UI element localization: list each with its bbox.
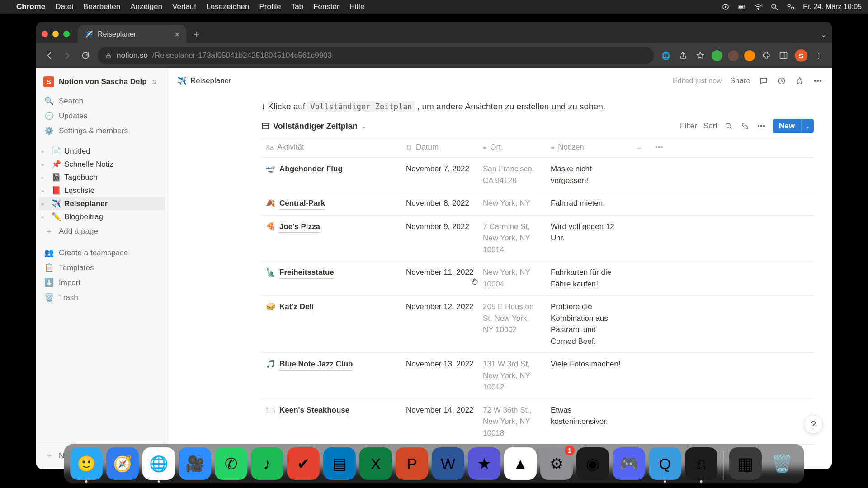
- cell-notes[interactable]: Probiere die Kombination aus Pastrami un…: [546, 300, 627, 348]
- dock-app-missioncontrol[interactable]: ▦: [729, 447, 762, 480]
- sidebar-page-item[interactable]: ▸✈️Reiseplaner: [39, 197, 165, 210]
- disclosure-caret-icon[interactable]: ▸: [42, 174, 48, 181]
- sidepanel-icon[interactable]: [778, 50, 789, 61]
- nav-back-button[interactable]: [43, 50, 55, 61]
- database-new-button[interactable]: New ⌄: [773, 119, 814, 133]
- database-search-icon[interactable]: [724, 122, 734, 130]
- dock-app-powerpoint[interactable]: P: [396, 447, 428, 480]
- extension-1-icon[interactable]: [712, 50, 722, 61]
- cell-notes[interactable]: Fahrkarten für die Fähre kaufen!: [546, 266, 627, 291]
- table-row[interactable]: 🍽️Keen's SteakhouseNovember 14, 202272 W…: [261, 399, 814, 445]
- comments-icon[interactable]: [759, 76, 769, 86]
- translate-icon[interactable]: 🌐: [660, 50, 672, 61]
- sidebar-updates[interactable]: 🕘Updates: [39, 108, 165, 123]
- dock-app-todoist[interactable]: ✔: [287, 447, 320, 480]
- menu-anzeigen[interactable]: Anzeigen: [130, 2, 162, 11]
- chrome-menu-icon[interactable]: ⋮: [813, 50, 825, 61]
- disclosure-caret-icon[interactable]: ▸: [42, 188, 48, 194]
- cell-place[interactable]: New York, NY 10004: [478, 266, 546, 291]
- menu-hilfe[interactable]: Hilfe: [349, 2, 365, 11]
- dock-app-spotify[interactable]: ♪: [251, 447, 283, 480]
- dock-app-safari[interactable]: 🧭: [106, 447, 139, 480]
- extension-2-icon[interactable]: [728, 50, 739, 61]
- bookmark-star-icon[interactable]: [694, 50, 706, 61]
- dock-app-siri[interactable]: ◉: [576, 447, 609, 480]
- workspace-switcher[interactable]: S Notion von Sascha Delp ⇅: [39, 74, 165, 94]
- cell-notes[interactable]: Wird voll gegen 12 Uhr.: [546, 220, 627, 245]
- cell-place[interactable]: 131 W 3rd St, New York, NY 10012: [478, 357, 546, 394]
- address-bar[interactable]: notion.so/Reiseplaner-173af05041b2425180…: [98, 47, 654, 64]
- dock-app-trello[interactable]: ▤: [323, 447, 356, 480]
- browser-tab[interactable]: ✈️ Reiseplaner ✕: [78, 25, 186, 43]
- new-button-dropdown-icon[interactable]: ⌄: [801, 119, 814, 133]
- sidebar-settings[interactable]: ⚙️Settings & members: [39, 123, 165, 138]
- sidebar-page-item[interactable]: ▸📌Schnelle Notiz: [39, 158, 165, 171]
- help-button[interactable]: ?: [804, 415, 823, 434]
- menu-fenster[interactable]: Fenster: [313, 2, 340, 11]
- extension-3-icon[interactable]: [744, 50, 755, 61]
- menu-datei[interactable]: Datei: [55, 2, 73, 11]
- dock-app-finder[interactable]: 🙂: [70, 447, 103, 480]
- table-row[interactable]: 🗽FreiheitsstatueNovember 11, 2022New Yor…: [261, 261, 814, 296]
- sidebar-import[interactable]: ⬇️Import: [39, 275, 165, 290]
- sidebar-templates[interactable]: 📋Templates: [39, 260, 165, 275]
- cell-place[interactable]: 205 E Houston St, New York, NY 10002: [478, 300, 546, 337]
- table-row[interactable]: 🛫Abgehender FlugNovember 7, 2022San Fran…: [261, 158, 814, 192]
- dock-app-zoom[interactable]: 🎥: [179, 447, 211, 480]
- dock-app-chrome[interactable]: 🌐: [142, 447, 175, 480]
- dock-app-discord[interactable]: 🎮: [613, 447, 645, 480]
- tab-overflow-button[interactable]: ⌄: [821, 30, 826, 39]
- column-header-activity[interactable]: AaAktivität: [261, 138, 401, 156]
- column-header-notes[interactable]: ≡Notizen: [546, 138, 627, 156]
- disclosure-caret-icon[interactable]: ▸: [42, 201, 48, 207]
- sidebar-page-item[interactable]: ▸📓Tagebuch: [39, 171, 165, 184]
- database-sort-button[interactable]: Sort: [703, 122, 717, 131]
- disclosure-caret-icon[interactable]: ▸: [42, 214, 48, 220]
- cell-activity[interactable]: 🗽Freiheitsstatue: [261, 266, 401, 280]
- battery-icon[interactable]: [738, 3, 746, 11]
- sidebar-trash[interactable]: 🗑️Trash: [39, 290, 165, 305]
- cell-date[interactable]: November 11, 2022: [401, 266, 478, 279]
- cell-activity[interactable]: 🍕Joe's Pizza: [261, 220, 401, 234]
- dock-app-excel[interactable]: X: [359, 447, 392, 480]
- menu-lesezeichen[interactable]: Lesezeichen: [206, 2, 249, 11]
- share-button[interactable]: Share: [730, 76, 750, 85]
- menu-bearbeiten[interactable]: Bearbeiten: [83, 2, 120, 11]
- dock-app-word[interactable]: W: [432, 447, 464, 480]
- disclosure-caret-icon[interactable]: ▸: [42, 161, 48, 168]
- dock-app-whatsapp[interactable]: ✆: [215, 447, 247, 480]
- sidebar-page-item[interactable]: ▸📄Untitled: [39, 145, 165, 158]
- menu-verlauf[interactable]: Verlauf: [172, 2, 196, 11]
- cell-activity[interactable]: 🛫Abgehender Flug: [261, 162, 401, 176]
- table-row[interactable]: 🍂Central-ParkNovember 8, 2022New York, N…: [261, 192, 814, 216]
- cell-activity[interactable]: 🍽️Keen's Steakhouse: [261, 404, 401, 418]
- dock-app-voicememos[interactable]: ⎌: [685, 447, 717, 480]
- more-icon[interactable]: •••: [813, 76, 823, 86]
- share-icon[interactable]: [677, 50, 689, 61]
- column-more-icon[interactable]: •••: [650, 138, 668, 156]
- wifi-icon[interactable]: [754, 3, 762, 11]
- cell-date[interactable]: November 9, 2022: [401, 220, 478, 234]
- profile-avatar[interactable]: S: [795, 49, 807, 62]
- screen-record-icon[interactable]: [722, 3, 730, 11]
- column-add-icon[interactable]: ＋: [627, 138, 650, 158]
- database-filter-button[interactable]: Filter: [680, 122, 697, 131]
- sidebar-add-page[interactable]: ＋Add a page: [39, 223, 165, 239]
- cell-date[interactable]: November 12, 2022: [401, 300, 478, 314]
- cell-notes[interactable]: Etwas kostenintensiver.: [546, 404, 627, 428]
- cell-activity[interactable]: 🥪Kat'z Deli: [261, 300, 401, 314]
- extensions-puzzle-icon[interactable]: [760, 50, 772, 61]
- window-minimize-button[interactable]: [52, 31, 59, 37]
- column-header-place[interactable]: ≡Ort: [478, 138, 546, 156]
- cell-place[interactable]: 7 Carmine St, New York, NY 10014: [478, 220, 546, 257]
- nav-forward-button[interactable]: [61, 50, 73, 61]
- disclosure-caret-icon[interactable]: ▸: [42, 148, 48, 155]
- tab-close-icon[interactable]: ✕: [174, 30, 180, 39]
- cell-activity[interactable]: 🍂Central-Park: [261, 197, 401, 211]
- dock-app-settings[interactable]: ⚙1: [540, 447, 573, 480]
- dock-app-quicktime[interactable]: Q: [649, 447, 681, 480]
- history-icon[interactable]: [777, 76, 787, 86]
- cell-date[interactable]: November 8, 2022: [401, 197, 478, 210]
- new-tab-button[interactable]: ＋: [189, 26, 204, 42]
- dock-app-imovie[interactable]: ★: [468, 447, 500, 480]
